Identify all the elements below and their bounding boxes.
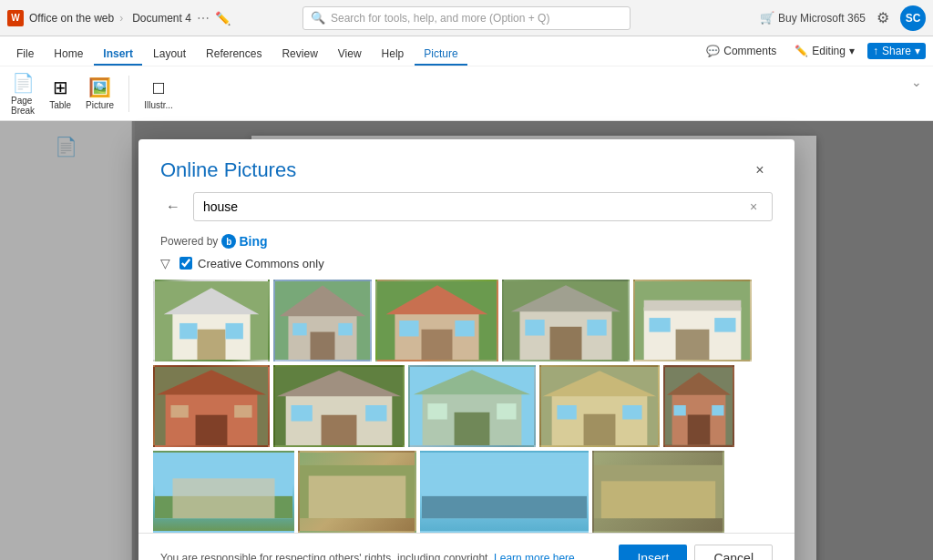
dialog-header: Online Pictures × [138,139,795,192]
dialog-title: Online Pictures [160,158,296,182]
search-icon: 🔍 [311,11,325,25]
svg-rect-10 [292,323,306,335]
house-image-9[interactable] [539,365,660,447]
house-image-1[interactable] [153,280,270,361]
ribbon-divider [128,76,129,112]
powered-by-row: Powered by b Bing [138,230,795,256]
svg-rect-17 [455,321,474,336]
svg-rect-33 [196,415,228,446]
comments-icon: 💬 [706,45,720,57]
avatar[interactable]: SC [900,5,926,31]
buy-microsoft-btn[interactable]: 🛒 Buy Microsoft 365 [760,11,866,25]
share-chevron-icon: ▾ [915,45,920,57]
house-image-10[interactable] [663,365,734,447]
svg-rect-23 [587,320,606,335]
online-pictures-dialog: Online Pictures × ← × Powered by b Bing [138,139,795,560]
svg-rect-64 [309,476,406,519]
tab-picture[interactable]: Picture [415,44,466,66]
filter-icon[interactable]: ▽ [160,256,170,270]
svg-rect-26 [644,300,742,311]
house-image-14[interactable] [592,451,724,533]
bing-icon: b [221,234,236,249]
dialog-overlay: Online Pictures × ← × Powered by b Bing [0,121,933,560]
svg-rect-51 [584,414,616,446]
dialog-footer: You are responsible for respecting other… [138,533,795,560]
ribbon-shapes[interactable]: □ Illustr... [144,77,173,110]
search-clear-button[interactable]: × [744,198,763,216]
svg-rect-16 [399,321,418,336]
svg-rect-47 [497,403,516,419]
image-row-3 [153,451,780,533]
dialog-close-button[interactable]: × [747,158,773,183]
tab-review[interactable]: Review [272,44,326,66]
top-bar-left: W Office on the web › Document 4 ⋯ ✏️ [7,10,231,26]
tab-file[interactable]: File [7,44,43,66]
svg-rect-15 [422,330,453,361]
svg-rect-27 [676,330,710,361]
svg-rect-52 [557,405,576,420]
images-container[interactable] [138,280,795,533]
creative-commons-checkbox[interactable] [179,257,192,270]
footer-copyright-text: You are responsible for respecting other… [160,552,575,560]
top-bar-right: 🛒 Buy Microsoft 365 ⚙ SC [760,5,926,31]
chevron-down-icon: ▾ [849,45,855,57]
house-image-3[interactable] [375,280,498,361]
footer-buttons: Insert Cancel [619,545,773,560]
svg-rect-62 [172,478,274,518]
doc-title: Document 4 [132,12,191,25]
edit-icon: ✏️ [795,45,808,57]
svg-rect-5 [226,323,243,339]
dialog-search-container: × [193,192,773,221]
house-image-7[interactable] [273,365,405,447]
share-icon: ↑ [873,45,878,57]
svg-rect-66 [422,496,587,518]
cancel-button[interactable]: Cancel [694,545,773,560]
svg-rect-53 [622,405,641,420]
settings-icon[interactable]: ⚙ [877,9,889,26]
svg-rect-39 [322,415,357,446]
house-image-12[interactable] [298,451,416,533]
svg-rect-35 [234,405,251,418]
ribbon-table[interactable]: ⊞ Table [49,76,71,110]
tab-home[interactable]: Home [45,44,92,66]
tab-view[interactable]: View [329,44,371,66]
tab-references[interactable]: References [197,44,271,66]
tab-help[interactable]: Help [373,44,414,66]
svg-rect-59 [712,405,723,415]
ribbon-pagebreak[interactable]: 📄 PageBreak [11,72,35,116]
svg-rect-68 [601,481,715,518]
ribbon-expand-icon[interactable]: ⌄ [911,70,922,90]
tab-insert[interactable]: Insert [94,44,142,66]
doc-options-icon[interactable]: ⋯ [197,11,210,25]
back-button[interactable]: ← [160,194,186,219]
tab-layout[interactable]: Layout [144,44,195,66]
editing-button[interactable]: ✏️ Editing ▾ [789,43,860,59]
house-image-8[interactable] [408,365,536,447]
image-row-2 [153,365,780,447]
house-image-6[interactable] [153,365,270,447]
house-image-2[interactable] [273,280,372,361]
svg-rect-40 [292,405,313,422]
ribbon-picture[interactable]: 🖼️ Picture [86,76,114,110]
house-image-4[interactable] [502,280,630,361]
doc-rename-icon[interactable]: ✏️ [215,11,231,25]
house-image-13[interactable] [420,451,589,533]
global-search-bar[interactable]: 🔍 Search for tools, help, and more (Opti… [302,6,631,30]
insert-button[interactable]: Insert [619,545,687,560]
svg-rect-57 [688,414,711,444]
comments-button[interactable]: 💬 Comments [701,43,782,59]
top-bar: W Office on the web › Document 4 ⋯ ✏️ 🔍 … [0,0,933,36]
house-image-5[interactable] [633,280,752,361]
svg-rect-11 [338,323,352,335]
svg-rect-3 [198,330,226,361]
learn-more-link[interactable]: Learn more here [494,552,575,560]
house-image-11[interactable] [153,451,294,533]
ribbon: File Home Insert Layout References Revie… [0,36,933,121]
creative-commons-filter[interactable]: Creative Commons only [179,257,324,270]
dialog-search-input[interactable] [203,193,744,220]
svg-rect-58 [673,405,685,415]
svg-rect-46 [427,403,446,419]
search-placeholder: Search for tools, help, and more (Option… [331,12,549,25]
share-button[interactable]: ↑ Share ▾ [867,43,926,59]
svg-rect-41 [365,405,386,422]
